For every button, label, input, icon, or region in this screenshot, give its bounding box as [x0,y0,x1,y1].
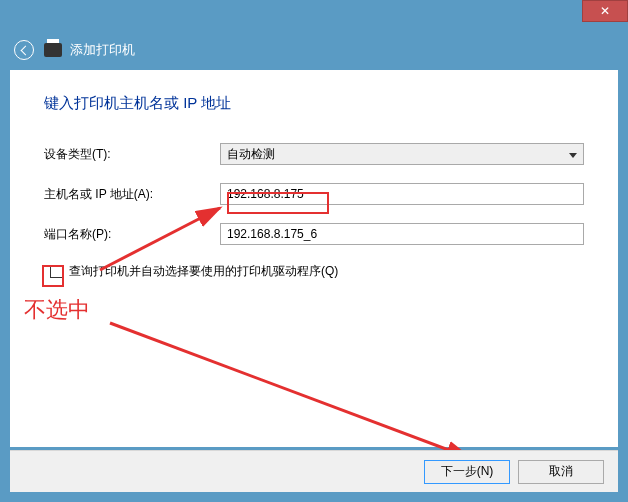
back-button[interactable] [14,40,34,60]
next-button[interactable]: 下一步(N) [424,460,510,484]
query-checkbox[interactable] [50,265,63,278]
svg-line-1 [110,323,470,458]
hostname-label: 主机名或 IP 地址(A): [44,186,220,203]
titlebar: ✕ [0,0,628,30]
page-title: 键入打印机主机名或 IP 地址 [10,70,618,113]
device-type-select[interactable]: 自动检测 [220,143,584,165]
content-area: 键入打印机主机名或 IP 地址 设备类型(T): 自动检测 主机名或 IP 地址… [10,70,618,447]
cancel-button[interactable]: 取消 [518,460,604,484]
hostname-row: 主机名或 IP 地址(A): [44,183,584,205]
form: 设备类型(T): 自动检测 主机名或 IP 地址(A): 端口名称(P): 查询… [10,113,618,280]
port-input[interactable] [220,223,584,245]
hostname-input[interactable] [220,183,584,205]
port-row: 端口名称(P): [44,223,584,245]
window-title: 添加打印机 [70,41,135,59]
port-label: 端口名称(P): [44,226,220,243]
close-button[interactable]: ✕ [582,0,628,22]
close-icon: ✕ [600,4,610,18]
query-label: 查询打印机并自动选择要使用的打印机驱动程序(Q) [69,263,338,280]
device-type-value: 自动检测 [227,146,275,163]
query-checkbox-row: 查询打印机并自动选择要使用的打印机驱动程序(Q) [44,263,584,280]
wizard-header: 添加打印机 [0,30,628,70]
annotation-text: 不选中 [24,295,90,325]
device-type-label: 设备类型(T): [44,146,220,163]
chevron-down-icon [569,147,577,161]
annotation-arrow-to-next [105,318,485,468]
device-type-row: 设备类型(T): 自动检测 [44,143,584,165]
footer: 下一步(N) 取消 [10,450,618,492]
printer-icon [44,43,62,57]
